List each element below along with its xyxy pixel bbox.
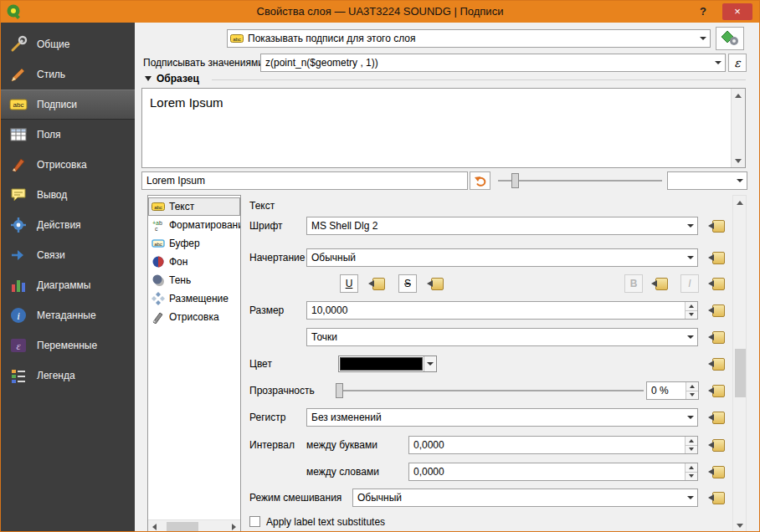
show-labels-combo[interactable]: abc Показывать подписи для этого слоя bbox=[227, 29, 711, 48]
transparency-slider[interactable] bbox=[336, 381, 644, 400]
sidebar-item-label: Легенда bbox=[37, 370, 75, 381]
bold-button[interactable]: B bbox=[624, 274, 643, 293]
data-defined-button-transparency[interactable] bbox=[706, 382, 727, 399]
placement-engine-settings-button[interactable] bbox=[716, 27, 744, 50]
reset-sample-button[interactable] bbox=[470, 171, 490, 190]
expression-builder-button[interactable]: ε bbox=[728, 54, 747, 72]
sidebar-item-label: Поля bbox=[37, 129, 61, 141]
preview-text: Lorem Ipsum bbox=[150, 95, 223, 110]
case-combo[interactable]: Без изменений bbox=[306, 408, 698, 427]
sidebar-item-metadata[interactable]: i Метаданные bbox=[1, 300, 135, 330]
tab-shadow[interactable]: Тень bbox=[148, 271, 240, 289]
font-color-button[interactable] bbox=[338, 356, 437, 372]
brush-icon bbox=[9, 156, 28, 174]
data-defined-button-case[interactable] bbox=[706, 409, 727, 426]
size-spinbox[interactable]: 10,0000 bbox=[306, 301, 698, 320]
sidebar-item-labels[interactable]: abc Подписи bbox=[1, 90, 135, 120]
data-defined-button-underline[interactable] bbox=[367, 275, 387, 292]
blend-mode-combo[interactable]: Обычный bbox=[352, 489, 698, 507]
slider-track[interactable] bbox=[336, 390, 644, 391]
scroll-right-button[interactable] bbox=[228, 520, 240, 532]
preview-scale-combo[interactable] bbox=[667, 171, 747, 190]
abc-text-icon: abc bbox=[151, 200, 165, 213]
help-button[interactable]: ? bbox=[694, 1, 712, 23]
sidebar-item-joins[interactable]: Связи bbox=[1, 240, 135, 270]
transparency-spinbox[interactable]: 0 % bbox=[646, 381, 699, 400]
vscroll-thumb[interactable] bbox=[735, 349, 746, 397]
data-defined-button-blend[interactable] bbox=[706, 489, 727, 506]
italic-button[interactable]: I bbox=[680, 274, 699, 293]
panel-section-title: Текст bbox=[249, 197, 275, 215]
tab-placement[interactable]: Размещение bbox=[148, 289, 240, 308]
spin-up-icon[interactable] bbox=[686, 382, 698, 391]
preview-scrollbar[interactable] bbox=[731, 89, 745, 167]
scroll-left-button[interactable] bbox=[148, 520, 161, 532]
slider-thumb[interactable] bbox=[336, 383, 343, 398]
size-units-combo[interactable]: Точки bbox=[306, 328, 698, 346]
data-defined-button-size[interactable] bbox=[706, 302, 727, 319]
scroll-down-button[interactable] bbox=[733, 519, 746, 532]
svg-text:abc: abc bbox=[154, 205, 162, 210]
close-button[interactable]: × bbox=[722, 3, 752, 20]
spin-up-icon[interactable] bbox=[686, 302, 697, 310]
data-defined-button-units[interactable] bbox=[706, 329, 727, 345]
spin-up-icon[interactable] bbox=[686, 437, 697, 445]
data-defined-button-bold[interactable] bbox=[650, 275, 670, 292]
table-icon bbox=[9, 125, 28, 144]
data-defined-button-italic[interactable] bbox=[706, 275, 727, 292]
letter-spacing-spinbox[interactable]: 0,0000 bbox=[408, 436, 698, 454]
style-list-hscrollbar[interactable] bbox=[148, 519, 240, 532]
group-divider bbox=[212, 79, 746, 80]
word-spacing-spinbox[interactable]: 0,0000 bbox=[408, 463, 698, 481]
slider-track[interactable] bbox=[498, 180, 662, 182]
sidebar-item-rendering[interactable]: Отрисовка bbox=[1, 150, 135, 180]
spin-down-icon[interactable] bbox=[686, 472, 697, 481]
data-defined-icon bbox=[708, 384, 725, 397]
panel-scrollbar[interactable] bbox=[732, 195, 747, 532]
tab-rendering[interactable]: Отрисовка bbox=[148, 308, 240, 326]
preview-size-slider[interactable] bbox=[498, 171, 662, 190]
spin-down-icon[interactable] bbox=[686, 310, 697, 320]
color-swatch bbox=[340, 357, 423, 371]
sidebar-item-legend[interactable]: Легенда bbox=[1, 361, 135, 391]
expression-combo[interactable]: z(point_n($geometry , 1)) bbox=[260, 54, 726, 72]
placement-icon bbox=[151, 292, 165, 305]
buffer-icon: abc bbox=[151, 237, 165, 250]
sidebar-item-style[interactable]: Стиль bbox=[1, 59, 135, 90]
font-combo[interactable]: MS Shell Dlg 2 bbox=[306, 217, 698, 235]
data-defined-button-font[interactable] bbox=[706, 217, 727, 234]
hscroll-thumb[interactable] bbox=[167, 522, 198, 531]
style-combo[interactable]: Обычный bbox=[306, 248, 698, 267]
data-defined-icon bbox=[708, 411, 725, 424]
sidebar-item-general[interactable]: Общие bbox=[1, 29, 135, 59]
sidebar-item-variables[interactable]: ε Переменные bbox=[1, 330, 135, 361]
tab-background[interactable]: Фон bbox=[148, 253, 240, 271]
sidebar-item-fields[interactable]: Поля bbox=[1, 120, 135, 150]
sample-text-input[interactable] bbox=[141, 171, 468, 190]
apply-substitutes-checkbox[interactable] bbox=[249, 516, 260, 527]
data-defined-button-strikeout[interactable] bbox=[425, 275, 445, 292]
sidebar-item-actions[interactable]: Действия bbox=[1, 210, 135, 240]
strikeout-button[interactable]: S bbox=[398, 274, 417, 293]
sidebar-item-diagrams[interactable]: Диаграммы bbox=[1, 270, 135, 300]
sidebar-item-display[interactable]: Вывод bbox=[1, 180, 135, 210]
tab-formatting[interactable]: +abc Форматировани bbox=[148, 216, 240, 234]
tab-buffer[interactable]: abc Буфер bbox=[148, 234, 240, 253]
scroll-down-button[interactable] bbox=[732, 154, 745, 167]
chevron-down-icon bbox=[684, 217, 697, 234]
spin-up-icon[interactable] bbox=[686, 463, 697, 472]
slider-thumb[interactable] bbox=[511, 173, 519, 188]
sample-group-header[interactable]: Образец bbox=[145, 73, 199, 84]
underline-button[interactable]: U bbox=[340, 274, 358, 293]
data-defined-button-style[interactable] bbox=[706, 249, 727, 266]
data-defined-button-letter-spacing[interactable] bbox=[706, 437, 727, 453]
scroll-up-button[interactable] bbox=[733, 196, 746, 209]
epsilon-icon: ε bbox=[9, 336, 28, 355]
data-defined-button-color[interactable] bbox=[706, 356, 727, 372]
scroll-up-button[interactable] bbox=[732, 89, 745, 102]
spin-down-icon[interactable] bbox=[686, 391, 698, 400]
spin-down-icon[interactable] bbox=[686, 445, 697, 454]
data-defined-button-word-spacing[interactable] bbox=[706, 463, 727, 480]
tab-text[interactable]: abc Текст bbox=[148, 197, 240, 216]
chevron-down-icon[interactable] bbox=[424, 356, 436, 371]
